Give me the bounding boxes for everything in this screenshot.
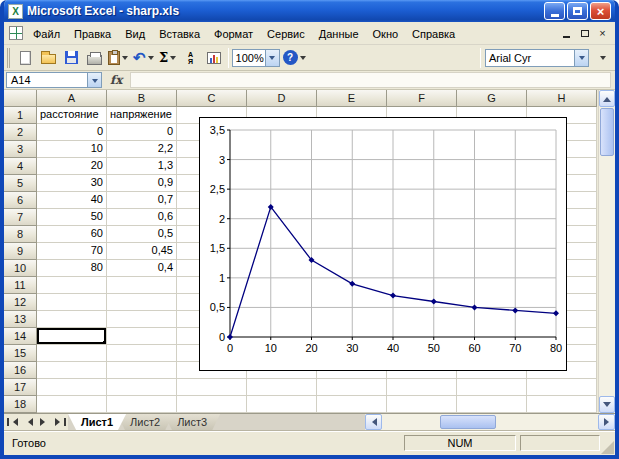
scroll-right-button[interactable] <box>598 414 615 430</box>
column-header-C[interactable]: C <box>177 90 247 107</box>
row-header-5[interactable]: 5 <box>4 175 37 192</box>
menu-item-2[interactable]: Правка <box>67 25 118 43</box>
cell-B11[interactable] <box>107 277 177 294</box>
cell-D17[interactable] <box>247 379 317 396</box>
vertical-scroll-thumb[interactable] <box>600 108 614 156</box>
cell-B2[interactable]: 0 <box>107 124 177 141</box>
row-header-4[interactable]: 4 <box>4 158 37 175</box>
row-header-1[interactable]: 1 <box>4 107 37 124</box>
column-header-D[interactable]: D <box>247 90 317 107</box>
column-header-G[interactable]: G <box>457 90 527 107</box>
cell-A11[interactable] <box>37 277 107 294</box>
cell-B4[interactable]: 1,3 <box>107 158 177 175</box>
cell-A12[interactable] <box>37 294 107 311</box>
cell-B5[interactable]: 0,9 <box>107 175 177 192</box>
cell-G18[interactable] <box>457 396 527 413</box>
cell-F17[interactable] <box>387 379 457 396</box>
menu-item-4[interactable]: Вставка <box>152 25 207 43</box>
cell-B9[interactable]: 0,45 <box>107 243 177 260</box>
cell-A14[interactable] <box>37 328 107 345</box>
column-header-B[interactable]: B <box>107 90 177 107</box>
cell-B18[interactable] <box>107 396 177 413</box>
column-header-E[interactable]: E <box>317 90 387 107</box>
cell-A16[interactable] <box>37 362 107 379</box>
row-header-18[interactable]: 18 <box>4 396 37 413</box>
cell-F18[interactable] <box>387 396 457 413</box>
cell-A2[interactable]: 0 <box>37 124 107 141</box>
cell-A4[interactable]: 20 <box>37 158 107 175</box>
row-header-7[interactable]: 7 <box>4 209 37 226</box>
menu-item-5[interactable]: Формат <box>207 25 260 43</box>
cell-H18[interactable] <box>527 396 597 413</box>
cell-A6[interactable]: 40 <box>37 192 107 209</box>
font-dropdown-icon[interactable] <box>574 50 588 66</box>
menu-item-1[interactable]: Файл <box>26 25 67 43</box>
cell-E17[interactable] <box>317 379 387 396</box>
row-header-14[interactable]: 14 <box>4 328 37 345</box>
cell-A7[interactable]: 50 <box>37 209 107 226</box>
maximize-button[interactable] <box>567 2 588 20</box>
paste-dropdown-icon[interactable] <box>122 56 128 63</box>
column-header-A[interactable]: A <box>37 90 107 107</box>
zoom-dropdown-icon[interactable] <box>265 50 279 66</box>
new-button[interactable] <box>14 47 36 69</box>
row-header-8[interactable]: 8 <box>4 226 37 243</box>
menu-item-3[interactable]: Вид <box>118 25 152 43</box>
cell-A15[interactable] <box>37 345 107 362</box>
cell-B12[interactable] <box>107 294 177 311</box>
row-header-3[interactable]: 3 <box>4 141 37 158</box>
toolbar-grip[interactable] <box>7 48 10 68</box>
cell-B8[interactable]: 0,5 <box>107 226 177 243</box>
menu-item-7[interactable]: Данные <box>312 25 366 43</box>
row-header-9[interactable]: 9 <box>4 243 37 260</box>
minimize-button[interactable] <box>544 2 565 20</box>
cell-A5[interactable]: 30 <box>37 175 107 192</box>
first-sheet-button[interactable] <box>4 414 20 430</box>
row-header-15[interactable]: 15 <box>4 345 37 362</box>
next-sheet-button[interactable] <box>36 414 52 430</box>
help-button[interactable]: ? <box>281 47 308 69</box>
mdi-close-button[interactable]: × <box>595 27 610 40</box>
formula-input[interactable] <box>130 72 611 88</box>
scroll-down-button[interactable] <box>599 396 615 413</box>
cell-A13[interactable] <box>37 311 107 328</box>
cell-B13[interactable] <box>107 311 177 328</box>
row-header-13[interactable]: 13 <box>4 311 37 328</box>
cell-B10[interactable]: 0,4 <box>107 260 177 277</box>
mdi-minimize-button[interactable] <box>559 27 574 40</box>
scroll-left-button[interactable] <box>365 414 382 430</box>
row-header-6[interactable]: 6 <box>4 192 37 209</box>
vertical-scrollbar[interactable] <box>598 90 615 413</box>
open-button[interactable] <box>37 47 59 69</box>
toolbar-options-button[interactable] <box>591 47 613 69</box>
save-button[interactable] <box>60 47 82 69</box>
cell-E18[interactable] <box>317 396 387 413</box>
row-header-12[interactable]: 12 <box>4 294 37 311</box>
cell-B3[interactable]: 2,2 <box>107 141 177 158</box>
sort-asc-button[interactable] <box>180 47 202 69</box>
row-header-10[interactable]: 10 <box>4 260 37 277</box>
print-button[interactable] <box>83 47 105 69</box>
menu-item-6[interactable]: Сервис <box>260 25 312 43</box>
cell-B15[interactable] <box>107 345 177 362</box>
scroll-up-button[interactable] <box>599 90 615 107</box>
sheet-tab-2[interactable]: Лист2 <box>117 414 173 430</box>
autosum-dropdown-icon[interactable] <box>170 56 176 63</box>
cell-A1[interactable]: расстояние <box>37 107 107 124</box>
undo-button[interactable]: ↶ <box>131 47 156 69</box>
menu-item-9[interactable]: Справка <box>405 25 462 43</box>
cell-B6[interactable]: 0,7 <box>107 192 177 209</box>
cell-A17[interactable] <box>37 379 107 396</box>
cell-A8[interactable]: 60 <box>37 226 107 243</box>
cell-D18[interactable] <box>247 396 317 413</box>
row-header-16[interactable]: 16 <box>4 362 37 379</box>
last-sheet-button[interactable] <box>52 414 68 430</box>
menu-item-8[interactable]: Окно <box>366 25 406 43</box>
undo-dropdown-icon[interactable] <box>148 56 154 63</box>
paste-button[interactable] <box>106 47 130 69</box>
autosum-button[interactable]: Σ <box>157 47 179 69</box>
resize-grip-icon[interactable] <box>601 441 614 454</box>
column-header-F[interactable]: F <box>387 90 457 107</box>
name-box-dropdown-icon[interactable] <box>87 73 101 87</box>
cell-B1[interactable]: напряжение <box>107 107 177 124</box>
